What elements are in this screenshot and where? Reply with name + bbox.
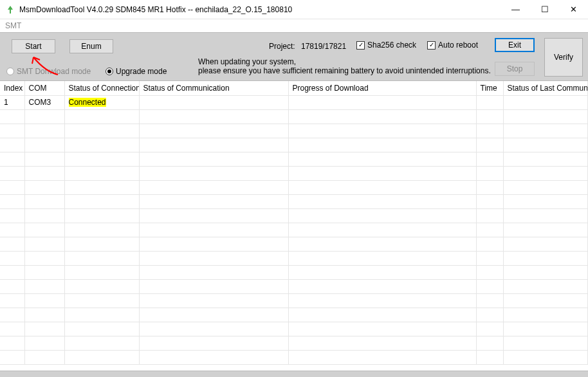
cell-conn [64, 336, 139, 350]
cell-conn [64, 138, 139, 152]
info-text-line2: please ensure you have sufficient remain… [198, 66, 491, 75]
table-row[interactable] [0, 308, 588, 322]
cell-conn [64, 109, 139, 124]
exit-button[interactable]: Exit [495, 38, 535, 52]
device-table-area: Index COM Status of Connection Status of… [0, 81, 588, 371]
cell-prog [288, 265, 476, 279]
cell-time [476, 194, 503, 208]
cell-last [503, 166, 588, 180]
sha256-label: Sha256 check [367, 41, 416, 50]
verify-button[interactable]: Verify [544, 38, 583, 77]
table-row[interactable]: 1COM3Connected [0, 95, 588, 109]
cell-time [476, 237, 503, 251]
cell-index [0, 251, 24, 265]
table-row[interactable] [0, 251, 588, 265]
auto-reboot-checkbox[interactable]: ✓ Auto reboot [427, 41, 478, 50]
cell-index [0, 138, 24, 152]
table-row[interactable] [0, 194, 588, 208]
header-index[interactable]: Index [0, 81, 24, 95]
header-progress[interactable]: Progress of Download [288, 81, 476, 95]
table-row[interactable] [0, 124, 588, 138]
cell-conn [64, 223, 139, 237]
maximize-button[interactable]: ☐ [530, 0, 559, 19]
cell-time [476, 336, 503, 350]
table-row[interactable] [0, 237, 588, 251]
sha256-checkbox[interactable]: ✓ Sha256 check [356, 41, 416, 50]
cell-last [503, 293, 588, 308]
cell-com [24, 237, 64, 251]
upgrade-mode-radio[interactable]: Upgrade mode [106, 67, 167, 76]
cell-com [24, 322, 64, 336]
cell-last [503, 251, 588, 265]
cell-time [476, 279, 503, 293]
header-com[interactable]: COM [24, 81, 64, 95]
cell-conn [64, 124, 139, 138]
cell-prog [288, 223, 476, 237]
table-row[interactable] [0, 293, 588, 308]
table-row[interactable] [0, 180, 588, 194]
cell-comm [139, 293, 288, 308]
cell-time [476, 293, 503, 308]
table-row[interactable] [0, 350, 588, 364]
header-last-communication[interactable]: Status of Last Communication [503, 81, 588, 95]
close-button[interactable]: ✕ [559, 0, 588, 19]
cell-index [0, 109, 24, 124]
checkbox-icon: ✓ [427, 41, 436, 50]
table-row[interactable] [0, 166, 588, 180]
cell-comm [139, 251, 288, 265]
cell-comm [139, 109, 288, 124]
table-row[interactable] [0, 109, 588, 124]
cell-prog [288, 251, 476, 265]
cell-time [476, 251, 503, 265]
cell-time [476, 166, 503, 180]
window-title: MsmDownloadTool V4.0.29 SDM845 MR1 Hotfi… [19, 5, 292, 14]
table-row[interactable] [0, 322, 588, 336]
cell-last [503, 322, 588, 336]
table-header-row: Index COM Status of Connection Status of… [0, 81, 588, 95]
cell-index [0, 293, 24, 308]
smt-download-radio: SMT Donwload mode [6, 67, 91, 76]
cell-com [24, 251, 64, 265]
table-row[interactable] [0, 336, 588, 350]
minimize-button[interactable]: — [501, 0, 530, 19]
cell-prog [288, 152, 476, 166]
cell-comm [139, 308, 288, 322]
header-connection[interactable]: Status of Connection [64, 81, 139, 95]
cell-last [503, 265, 588, 279]
cell-conn [64, 194, 139, 208]
header-communication[interactable]: Status of Communication [139, 81, 288, 95]
header-time[interactable]: Time [476, 81, 503, 95]
cell-com [24, 166, 64, 180]
cell-last [503, 124, 588, 138]
enum-button[interactable]: Enum [69, 39, 113, 53]
table-row[interactable] [0, 279, 588, 293]
cell-last [503, 223, 588, 237]
cell-conn [64, 166, 139, 180]
cell-index [0, 350, 24, 364]
project-value: 17819/17821 [301, 42, 346, 51]
app-icon [5, 5, 15, 15]
cell-conn [64, 180, 139, 194]
toolbar: Start Enum Exit Stop Verify Project: 178… [0, 32, 588, 81]
cell-last [503, 194, 588, 208]
cell-last [503, 237, 588, 251]
cell-com [24, 350, 64, 364]
radio-icon [106, 68, 113, 75]
cell-comm [139, 322, 288, 336]
cell-index [0, 180, 24, 194]
table-row[interactable] [0, 152, 588, 166]
table-row[interactable] [0, 138, 588, 152]
cell-time [476, 223, 503, 237]
table-row[interactable] [0, 208, 588, 223]
cell-com [24, 194, 64, 208]
table-row[interactable] [0, 265, 588, 279]
cell-prog [288, 109, 476, 124]
table-row[interactable] [0, 223, 588, 237]
cell-prog [288, 124, 476, 138]
cell-index [0, 279, 24, 293]
cell-last [503, 279, 588, 293]
auto-reboot-label: Auto reboot [438, 41, 478, 50]
start-button[interactable]: Start [12, 39, 55, 53]
menu-smt[interactable]: SMT [5, 21, 21, 30]
cell-conn [64, 251, 139, 265]
